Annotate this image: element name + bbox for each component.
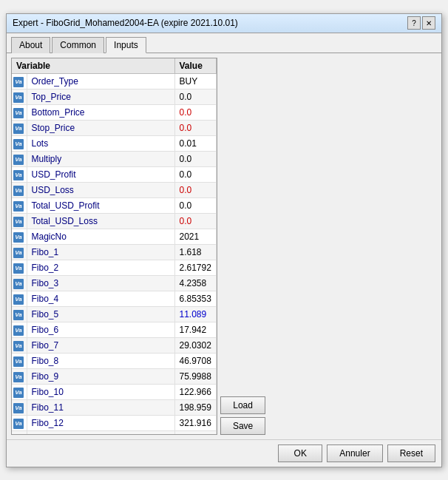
variable-value[interactable]: 29.0302 <box>174 337 216 353</box>
variable-icon: Va <box>13 139 24 149</box>
col-header-value: Value <box>174 58 216 74</box>
variable-value[interactable]: 520.86 <box>174 430 216 435</box>
help-button[interactable]: ? <box>407 16 421 30</box>
variable-name: Top_Price <box>27 89 174 104</box>
table-row[interactable]: VaStop_Price0.0 <box>12 120 216 135</box>
table-row[interactable]: VaFibo_846.9708 <box>12 353 216 368</box>
variable-value[interactable]: 17.942 <box>174 322 216 337</box>
variable-icon: Va <box>13 419 24 429</box>
col-header-variable: Variable <box>12 58 174 74</box>
table-row[interactable]: VaTop_Price0.0 <box>12 89 216 104</box>
save-button[interactable]: Save <box>220 417 265 435</box>
close-button[interactable]: ✕ <box>422 16 435 30</box>
variable-icon: Va <box>13 372 24 382</box>
variable-value[interactable]: BUY <box>174 73 216 89</box>
variable-value[interactable]: 4.2358 <box>174 275 216 291</box>
table-row[interactable]: VaMagicNo2021 <box>12 229 216 244</box>
variable-icon: Va <box>13 403 24 413</box>
variable-name: Fibo_10 <box>27 384 174 399</box>
variable-value[interactable]: 0.0 <box>174 213 216 229</box>
table-row[interactable]: VaFibo_511.089 <box>12 306 216 322</box>
variable-icon: Va <box>13 92 24 103</box>
variable-value[interactable]: 198.959 <box>174 399 216 415</box>
variable-name: USD_Profit <box>27 166 174 182</box>
tab-about[interactable]: About <box>11 37 50 53</box>
table-row[interactable]: VaFibo_10122.966 <box>12 384 216 399</box>
variable-value[interactable]: 2.61792 <box>174 260 216 275</box>
variable-value[interactable]: 0.01 <box>174 135 216 151</box>
variable-name: Stop_Price <box>27 120 174 135</box>
variable-name: Fibo_7 <box>27 337 174 353</box>
table-row[interactable]: VaMultiply0.0 <box>12 151 216 166</box>
variable-value[interactable]: 0.0 <box>174 104 216 120</box>
variable-icon: Va <box>13 310 24 320</box>
variable-name: Fibo_11 <box>27 399 174 415</box>
variable-value[interactable]: 0.0 <box>174 89 216 104</box>
inputs-table: Variable Value VaOrder_TypeBUYVaTop_Pric… <box>12 58 217 435</box>
variable-icon: Va <box>13 341 24 351</box>
variable-icon: Va <box>13 356 24 367</box>
variable-value[interactable]: 75.9988 <box>174 368 216 384</box>
variable-icon: Va <box>13 124 24 134</box>
variable-value[interactable]: 11.089 <box>174 306 216 322</box>
variable-icon: Va <box>13 77 24 87</box>
variable-name: Fibo_1 <box>27 244 174 260</box>
variable-icon: Va <box>13 186 24 196</box>
table-row[interactable]: VaFibo_34.2358 <box>12 275 216 291</box>
table-row[interactable]: VaFibo_46.85353 <box>12 291 216 306</box>
table-row[interactable]: VaFibo_12321.916 <box>12 415 216 430</box>
tab-inputs[interactable]: Inputs <box>106 37 146 53</box>
variable-value[interactable]: 1.618 <box>174 244 216 260</box>
variable-value[interactable]: 0.0 <box>174 182 216 197</box>
table-row[interactable]: VaFibo_617.942 <box>12 322 216 337</box>
table-row[interactable]: VaFibo_13520.86 <box>12 430 216 435</box>
variable-icon: Va <box>13 263 24 274</box>
variable-value[interactable]: 0.0 <box>174 120 216 135</box>
table-row[interactable]: VaFibo_22.61792 <box>12 260 216 275</box>
table-row[interactable]: VaBottom_Price0.0 <box>12 104 216 120</box>
variable-icon: Va <box>13 279 24 289</box>
window-title: Expert - FiboGrid_Mohamed2004-EA (expire… <box>13 18 238 28</box>
variable-name: MagicNo <box>27 229 174 244</box>
title-bar: Expert - FiboGrid_Mohamed2004-EA (expire… <box>7 14 441 33</box>
bottom-bar: OK Annuler Reset <box>7 439 441 467</box>
table-row[interactable]: VaLots0.01 <box>12 135 216 151</box>
table-row[interactable]: VaFibo_11198.959 <box>12 399 216 415</box>
cancel-button[interactable]: Annuler <box>327 444 382 462</box>
variable-icon: Va <box>13 108 24 118</box>
variable-icon: Va <box>13 170 24 180</box>
table-row[interactable]: VaFibo_975.9988 <box>12 368 216 384</box>
table-row[interactable]: VaFibo_729.0302 <box>12 337 216 353</box>
variable-name: Multiply <box>27 151 174 166</box>
table-area: Variable Value VaOrder_TypeBUYVaTop_Pric… <box>11 58 437 435</box>
table-row[interactable]: VaUSD_Loss0.0 <box>12 182 216 197</box>
table-row[interactable]: VaOrder_TypeBUY <box>12 73 216 89</box>
variable-name: Fibo_2 <box>27 260 174 275</box>
reset-button[interactable]: Reset <box>387 444 435 462</box>
ok-button[interactable]: OK <box>278 444 322 462</box>
variable-value[interactable]: 0.0 <box>174 197 216 213</box>
load-button[interactable]: Load <box>220 396 265 414</box>
variable-icon: Va <box>13 325 24 336</box>
variable-value[interactable]: 122.966 <box>174 384 216 399</box>
variable-name: Fibo_13 <box>27 430 174 435</box>
variable-icon: Va <box>13 294 24 305</box>
variable-value[interactable]: 321.916 <box>174 415 216 430</box>
table-row[interactable]: VaTotal_USD_Loss0.0 <box>12 213 216 229</box>
tab-common[interactable]: Common <box>52 37 104 53</box>
variable-name: Fibo_4 <box>27 291 174 306</box>
table-row[interactable]: VaFibo_11.618 <box>12 244 216 260</box>
table-row[interactable]: VaTotal_USD_Profit0.0 <box>12 197 216 213</box>
table-row[interactable]: VaUSD_Profit0.0 <box>12 166 216 182</box>
variable-name: Fibo_8 <box>27 353 174 368</box>
variable-value[interactable]: 0.0 <box>174 151 216 166</box>
inputs-table-container[interactable]: Variable Value VaOrder_TypeBUYVaTop_Pric… <box>11 58 217 435</box>
variable-value[interactable]: 2021 <box>174 229 216 244</box>
variable-name: Fibo_6 <box>27 322 174 337</box>
variable-name: Total_USD_Profit <box>27 197 174 213</box>
variable-value[interactable]: 6.85353 <box>174 291 216 306</box>
variable-value[interactable]: 46.9708 <box>174 353 216 368</box>
tab-bar: About Common Inputs <box>7 33 441 53</box>
variable-icon: Va <box>13 388 24 398</box>
variable-value[interactable]: 0.0 <box>174 166 216 182</box>
